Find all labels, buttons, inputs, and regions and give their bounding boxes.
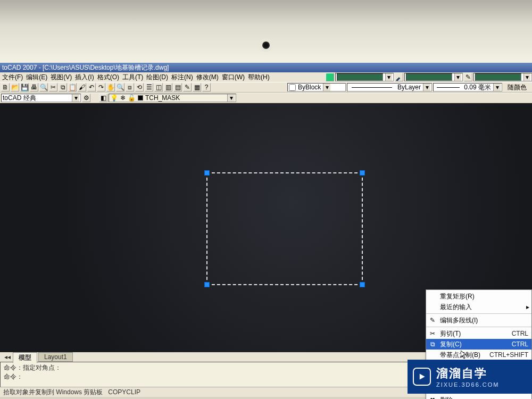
paste-icon[interactable]: 📋 — [68, 83, 77, 92]
tab-layout1[interactable]: Layout1 — [38, 352, 73, 362]
menu-file[interactable]: 文件(F) — [2, 73, 23, 82]
application-window: toCAD 2007 - [C:\Users\ASUS\Desktop\地基验槽… — [0, 63, 532, 399]
print-icon[interactable]: 🖶 — [30, 83, 38, 92]
menu-edit[interactable]: 编辑(E) — [26, 73, 47, 82]
color-swatch-1-button[interactable] — [326, 73, 334, 81]
workspace-toolbar: toCAD 经典 ▾ ⚙ ◧ 💡 ❄ 🔓 TCH_MASK ▾ — [0, 93, 532, 103]
markup-icon[interactable]: ✎ — [183, 83, 192, 92]
scissors-icon: ✂ — [428, 329, 437, 338]
svg-rect-0 — [326, 73, 334, 81]
lineweight-dropdown[interactable]: 0.09 毫米 ▾ — [433, 83, 502, 92]
menu-recent-input[interactable]: 最近的输入▸ — [426, 302, 531, 312]
matchprop-icon[interactable]: 🖌 — [78, 83, 86, 92]
calc-icon[interactable]: ▦ — [193, 83, 201, 92]
menu-copy[interactable]: ⧉复制(C)CTRL — [426, 339, 531, 350]
menu-bar: 文件(F) 编辑(E) 视图(V) 插入(I) 格式(O) 工具(T) 绘图(D… — [0, 72, 532, 82]
tabs-scroll-left-icon[interactable]: ◂◂ — [4, 353, 11, 361]
help-icon[interactable]: ? — [202, 83, 211, 92]
chevron-down-icon: ▾ — [523, 73, 530, 81]
watermark-subtitle: ZIXUE.3D66.COM — [436, 381, 499, 388]
color-byblock-dropdown[interactable]: ByBlock ▾ — [287, 83, 346, 92]
chevron-down-icon: ▾ — [454, 73, 461, 81]
color-dropdown-1[interactable]: ▾ — [335, 73, 394, 81]
chevron-down-icon: ▾ — [423, 84, 430, 91]
menu-help[interactable]: 帮助(H) — [248, 73, 270, 82]
layer-name: TCH_MASK — [145, 94, 180, 102]
tab-model[interactable]: 模型 — [13, 352, 37, 363]
menu-insert[interactable]: 插入(I) — [75, 73, 94, 82]
drawing-canvas[interactable]: 重复矩形(R) 最近的输入▸ ✎编辑多段线(I) ✂剪切(T)CTRL ⧉复制(… — [0, 103, 532, 352]
watermark-badge: 溜溜自学 ZIXUE.3D66.COM — [408, 360, 532, 394]
watermark-title: 溜溜自学 — [436, 365, 499, 381]
grip-top-right[interactable] — [360, 170, 365, 176]
layer-color-icon — [138, 95, 143, 101]
undo-icon[interactable]: ↶ — [87, 83, 96, 92]
copy-icon[interactable]: ⧉ — [59, 83, 67, 92]
chevron-down-icon: ▾ — [385, 73, 392, 81]
laptop-camera — [262, 41, 270, 49]
status-command: COPYCLIP — [108, 388, 140, 396]
zoom-realtime-icon[interactable]: 🔍 — [116, 83, 124, 92]
menu-tools[interactable]: 工具(T) — [122, 73, 143, 82]
color-swatch-2 — [406, 73, 452, 81]
byblock-checkbox[interactable] — [289, 84, 296, 91]
workspace-settings-icon[interactable]: ⚙ — [82, 94, 90, 102]
color-swatch-3 — [475, 73, 521, 81]
workspace-dropdown[interactable]: toCAD 经典 ▾ — [1, 94, 81, 102]
chevron-down-icon: ▾ — [493, 84, 501, 91]
pan-icon[interactable]: ✋ — [106, 83, 115, 92]
status-hint: 拾取对象并复制到 Windows 剪贴板 — [3, 388, 103, 397]
mouse-cursor-icon — [461, 351, 469, 359]
byblock-label: ByBlock — [298, 84, 321, 91]
plot-preview-icon[interactable]: 🔍 — [39, 83, 48, 92]
sheetset-icon[interactable]: ▤ — [173, 83, 182, 92]
layer-dropdown[interactable]: 💡 ❄ 🔓 TCH_MASK ▾ — [109, 94, 236, 102]
layer-freeze-icon: ❄ — [120, 94, 126, 102]
menu-modify[interactable]: 修改(M) — [196, 73, 219, 82]
menu-erase[interactable]: ✖删除 — [426, 395, 531, 399]
color-dropdown-3[interactable]: ▾ — [473, 73, 532, 81]
brush-icon[interactable] — [395, 73, 403, 81]
grip-bottom-left[interactable] — [204, 282, 210, 287]
color-swatch-1 — [337, 73, 383, 81]
linetype-dropdown[interactable]: ByLayer ▾ — [347, 83, 432, 92]
chevron-down-icon: ▾ — [72, 94, 79, 102]
menu-copy-with-base[interactable]: 带基点复制(B)CTRL+SHIFT — [426, 350, 531, 360]
cut-icon[interactable]: ✂ — [49, 83, 57, 92]
zoom-window-icon[interactable]: ⧈ — [126, 83, 134, 92]
grip-top-left[interactable] — [204, 170, 210, 176]
selected-rectangle[interactable] — [206, 172, 363, 285]
laptop-bezel — [0, 0, 532, 63]
chevron-down-icon: ▾ — [323, 84, 330, 91]
toolpalettes-icon[interactable]: ▥ — [164, 83, 172, 92]
zoom-prev-icon[interactable]: ⟲ — [135, 83, 144, 92]
redo-icon[interactable]: ↷ — [97, 83, 105, 92]
erase-icon: ✖ — [428, 396, 437, 399]
window-title: toCAD 2007 - [C:\Users\ASUS\Desktop\地基验槽… — [2, 63, 169, 72]
open-icon[interactable]: 📂 — [11, 83, 19, 92]
save-icon[interactable]: 💾 — [20, 83, 29, 92]
play-icon — [413, 368, 431, 386]
menu-cut[interactable]: ✂剪切(T)CTRL — [426, 328, 531, 339]
menu-pedit[interactable]: ✎编辑多段线(I) — [426, 315, 531, 326]
layer-props-icon[interactable]: ◧ — [99, 94, 107, 102]
new-icon[interactable]: 🗎 — [1, 83, 10, 92]
window-titlebar: toCAD 2007 - [C:\Users\ASUS\Desktop\地基验槽… — [0, 63, 532, 72]
menu-window[interactable]: 窗口(W) — [222, 73, 245, 82]
menu-draw[interactable]: 绘图(D) — [146, 73, 168, 82]
menu-repeat-rectangle[interactable]: 重复矩形(R) — [426, 291, 531, 302]
grip-bottom-right[interactable] — [360, 282, 365, 287]
wizard-icon[interactable]: ✎ — [464, 73, 472, 81]
layer-lock-icon: 🔓 — [128, 94, 136, 102]
pencil-icon: ✎ — [428, 316, 437, 325]
designcenter-icon[interactable]: ◫ — [154, 83, 163, 92]
menu-format[interactable]: 格式(O) — [97, 73, 119, 82]
submenu-arrow-icon: ▸ — [526, 303, 529, 311]
color-dropdown-2[interactable]: ▾ — [404, 73, 463, 81]
menu-dim[interactable]: 标注(N) — [171, 73, 193, 82]
chevron-down-icon: ▾ — [227, 94, 235, 102]
menu-view[interactable]: 视图(V) — [51, 73, 72, 82]
bycolor-button[interactable]: 随颜色 — [503, 83, 531, 92]
layer-on-icon: 💡 — [110, 94, 118, 102]
properties-icon[interactable]: ☰ — [145, 83, 153, 92]
